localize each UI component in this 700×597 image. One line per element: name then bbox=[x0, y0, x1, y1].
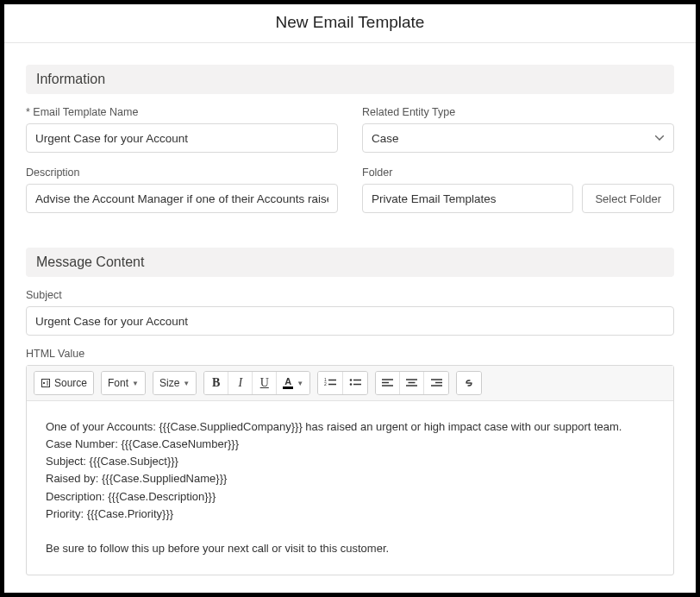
body-line: Priority: {{{Case.Priority}}} bbox=[46, 506, 654, 523]
source-label: Source bbox=[54, 377, 87, 389]
font-label: Font bbox=[108, 377, 128, 389]
label-html-value: HTML Value bbox=[26, 348, 674, 360]
body-line: Raised by: {{{Case.SuppliedName}}} bbox=[46, 470, 654, 487]
font-dropdown[interactable]: Font ▼ bbox=[102, 372, 145, 394]
text-color-label: A bbox=[284, 377, 291, 386]
link-icon bbox=[463, 378, 475, 388]
size-label: Size bbox=[159, 377, 179, 389]
editor-toolbar: Source Font ▼ Size ▼ B bbox=[27, 366, 673, 401]
body-line: Description: {{{Case.Description}}} bbox=[46, 488, 654, 506]
field-template-name: * Email Template Name bbox=[26, 106, 338, 153]
input-description[interactable] bbox=[26, 184, 338, 213]
link-button[interactable] bbox=[457, 372, 481, 394]
input-template-name[interactable] bbox=[26, 123, 338, 153]
align-right-button[interactable] bbox=[424, 372, 448, 394]
caret-down-icon: ▼ bbox=[297, 380, 303, 387]
caret-down-icon: ▼ bbox=[183, 380, 190, 387]
section-message-content: Message Content bbox=[26, 248, 674, 277]
caret-down-icon: ▼ bbox=[132, 380, 139, 387]
numbered-list-icon: 12 bbox=[324, 378, 336, 388]
label-subject: Subject bbox=[26, 289, 674, 301]
bullet-list-button[interactable] bbox=[343, 372, 367, 394]
source-button[interactable]: Source bbox=[34, 372, 93, 394]
body-line: Be sure to follow this up before your ne… bbox=[46, 540, 654, 557]
label-template-name: * Email Template Name bbox=[26, 106, 338, 118]
form-body: Information * Email Template Name Relate… bbox=[4, 43, 696, 593]
bullet-list-icon bbox=[349, 378, 361, 388]
html-editor: Source Font ▼ Size ▼ B bbox=[26, 365, 674, 575]
source-icon bbox=[41, 378, 51, 388]
input-folder[interactable] bbox=[362, 184, 573, 213]
svg-rect-0 bbox=[42, 380, 50, 387]
align-left-icon bbox=[382, 379, 393, 388]
align-right-icon bbox=[431, 379, 442, 388]
field-subject: Subject bbox=[26, 289, 674, 336]
row-name-entity: * Email Template Name Related Entity Typ… bbox=[26, 106, 674, 153]
section-information: Information bbox=[26, 65, 674, 94]
body-line: Subject: {{{Case.Subject}}} bbox=[46, 453, 654, 470]
field-description: Description bbox=[26, 167, 338, 213]
align-center-button[interactable] bbox=[400, 372, 424, 394]
label-folder: Folder bbox=[362, 167, 674, 179]
label-description: Description bbox=[26, 167, 338, 179]
label-entity-type: Related Entity Type bbox=[362, 106, 674, 118]
align-left-button[interactable] bbox=[376, 372, 400, 394]
numbered-list-button[interactable]: 12 bbox=[318, 372, 343, 394]
field-entity-type: Related Entity Type bbox=[362, 106, 674, 153]
color-swatch-icon bbox=[283, 386, 293, 389]
align-center-icon bbox=[406, 379, 417, 388]
text-color-button[interactable]: A ▼ bbox=[277, 372, 309, 394]
svg-point-5 bbox=[350, 379, 353, 381]
body-line: One of your Accounts: {{{Case.SuppliedCo… bbox=[46, 418, 654, 436]
editor-content-area[interactable]: One of your Accounts: {{{Case.SuppliedCo… bbox=[27, 401, 673, 575]
page-title: New Email Template bbox=[4, 4, 696, 43]
underline-button[interactable]: U bbox=[253, 372, 277, 394]
select-folder-button[interactable]: Select Folder bbox=[582, 184, 674, 213]
input-subject[interactable] bbox=[26, 306, 674, 336]
italic-button[interactable]: I bbox=[228, 372, 253, 394]
field-folder: Folder Select Folder bbox=[362, 167, 674, 213]
bold-button[interactable]: B bbox=[204, 372, 228, 394]
svg-point-6 bbox=[350, 383, 353, 386]
svg-text:2: 2 bbox=[324, 381, 327, 386]
row-desc-folder: Description Folder Select Folder bbox=[26, 167, 674, 213]
body-line: Case Number: {{{Case.CaseNumber}}} bbox=[46, 436, 654, 453]
select-entity-type-value[interactable] bbox=[362, 123, 674, 153]
select-entity-type[interactable] bbox=[362, 123, 674, 153]
new-email-template-window: New Email Template Information * Email T… bbox=[4, 4, 696, 593]
size-dropdown[interactable]: Size ▼ bbox=[153, 372, 196, 394]
